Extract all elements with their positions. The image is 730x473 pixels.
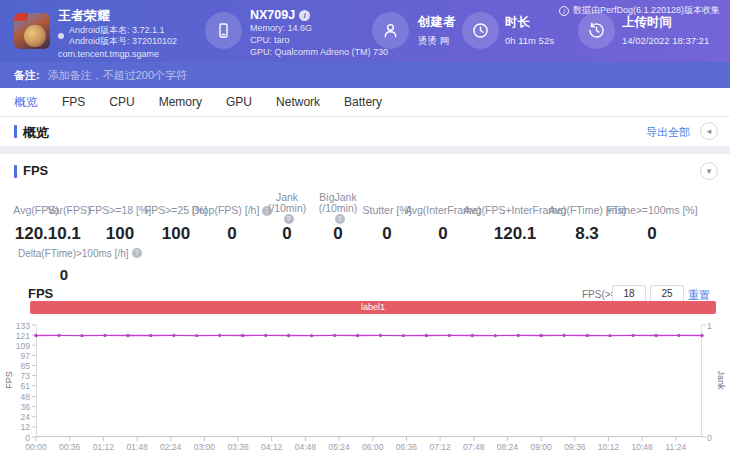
stat-value: 0 <box>258 224 316 244</box>
chart-plot[interactable] <box>36 325 702 437</box>
app-icon <box>14 13 50 49</box>
creator-value: 烫烫 网 <box>418 35 456 48</box>
chart-annotation-bar[interactable]: label1 <box>30 301 716 314</box>
section-accent-bar <box>14 165 17 178</box>
app-name: 王者荣耀 <box>58 8 177 23</box>
creator-label: 创建者 <box>418 15 456 29</box>
axis-tick-label: 0 <box>707 433 725 443</box>
upload-time-label: 上传时间 <box>622 15 709 29</box>
overview-section-header: 概览 导出全部 ◂ <box>0 117 730 146</box>
info-icon[interactable]: i <box>299 10 310 21</box>
collapse-left-button[interactable]: ◂ <box>700 122 718 140</box>
device-model: NX709J <box>250 8 295 22</box>
axis-tick-label: 109 <box>0 341 30 351</box>
stat-value: 0 <box>18 266 110 283</box>
phone-icon <box>205 12 242 49</box>
device-memory: Memory: 14.6G <box>250 22 388 34</box>
android-icon <box>58 33 64 39</box>
info-icon: i <box>559 6 569 16</box>
stat-ftime-ge-100ms: FTime>=100ms [%] 0 <box>597 192 707 244</box>
fps-section-title: FPS <box>23 163 48 178</box>
y-axis-label-right: Jank <box>716 365 726 395</box>
export-all-link[interactable]: 导出全部 <box>646 125 690 140</box>
tab-cpu[interactable]: CPU <box>109 95 134 109</box>
threshold-high-input[interactable] <box>650 285 684 302</box>
tab-fps[interactable]: FPS <box>62 95 85 109</box>
axis-tick-label: 97 <box>0 351 30 361</box>
app-version-code: Android版本号: 372010102 <box>69 36 177 47</box>
section-accent-bar <box>14 125 17 138</box>
report-header: 王者荣耀 Android版本名: 3.72.1.1 Android版本号: 37… <box>0 0 730 62</box>
axis-tick-label: 73 <box>0 371 30 381</box>
threshold-low-input[interactable] <box>612 285 646 302</box>
fps-chart: FPS Jank 133121109978573614836241201000:… <box>0 318 730 451</box>
axis-tick-label: 121 <box>0 331 30 341</box>
note-label: 备注: <box>14 68 40 83</box>
help-icon[interactable]: ? <box>284 214 294 224</box>
stat-jank: Jank (/10min)? 0 <box>258 192 316 244</box>
clock-icon <box>462 12 499 49</box>
axis-tick-label: 1 <box>707 321 725 331</box>
axis-tick-label: 24 <box>0 412 30 422</box>
fps-section: FPS ▾ Avg(FPS) 120.1 Var(FPS) 0.1 FPS>=1… <box>0 154 730 473</box>
upload-time-value: 14/02/2022 18:37:21 <box>622 35 709 46</box>
stat-delta-ftime: Delta(FTime)>100ms [/h]? 0 <box>18 248 142 283</box>
tab-memory[interactable]: Memory <box>159 95 202 109</box>
history-clock-icon <box>578 12 615 49</box>
tab-gpu[interactable]: GPU <box>226 95 252 109</box>
axis-tick-label: 11:24 <box>656 442 696 452</box>
tab-battery[interactable]: Battery <box>344 95 382 109</box>
app-package: com.tencent.tmgp.sgame <box>58 49 177 60</box>
overview-title: 概览 <box>23 124 49 142</box>
tab-bar: 概览 FPS CPU Memory GPU Network Battery <box>0 88 730 117</box>
duration-value: 0h 11m 52s <box>505 35 554 46</box>
fps-chart-title: FPS <box>28 286 53 301</box>
tab-overview[interactable]: 概览 <box>14 94 38 111</box>
help-icon[interactable]: ? <box>132 248 142 258</box>
note-bar: 备注: <box>0 62 730 88</box>
axis-tick-label: 48 <box>0 392 30 402</box>
axis-tick-label: 85 <box>0 361 30 371</box>
app-version-name: Android版本名: 3.72.1.1 <box>69 25 177 36</box>
collapse-down-button[interactable]: ▾ <box>700 162 718 180</box>
note-input[interactable] <box>48 69 348 81</box>
collector-info: i 数据由PerfDog(6.1.220128)版本收集 <box>559 4 720 17</box>
axis-tick-label: 61 <box>0 381 30 391</box>
person-icon <box>372 12 409 49</box>
stat-value: 0 <box>597 224 707 244</box>
axis-tick-label: 0 <box>0 433 30 443</box>
device-gpu: GPU: Qualcomm Adreno (TM) 730 <box>250 46 388 58</box>
tab-network[interactable]: Network <box>276 95 320 109</box>
axis-tick-label: 36 <box>0 402 30 412</box>
device-cpu: CPU: taro <box>250 34 388 46</box>
axis-tick-label: 133 <box>0 321 30 331</box>
duration-label: 时长 <box>505 15 554 29</box>
axis-tick-label: 12 <box>0 422 30 432</box>
